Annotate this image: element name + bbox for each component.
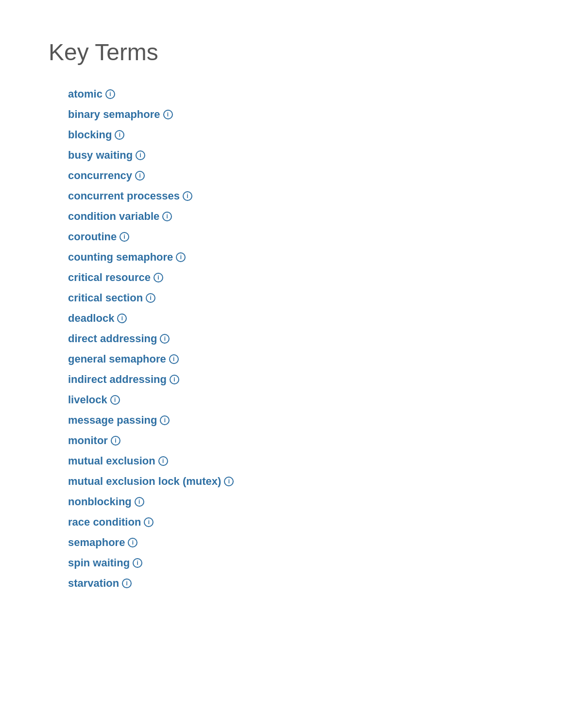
list-item: mutual exclusioni <box>68 452 514 470</box>
info-icon-semaphore[interactable]: i <box>128 538 137 547</box>
info-icon-mutual-exclusion-lock[interactable]: i <box>224 477 234 486</box>
info-icon-direct-addressing[interactable]: i <box>160 334 170 344</box>
info-icon-message-passing[interactable]: i <box>160 415 170 425</box>
info-icon-starvation[interactable]: i <box>122 579 132 588</box>
term-link-condition-variable[interactable]: condition variable <box>68 210 159 223</box>
term-link-atomic[interactable]: atomic <box>68 88 102 100</box>
info-icon-general-semaphore[interactable]: i <box>169 354 179 364</box>
list-item: atomici <box>68 85 514 103</box>
info-icon-blocking[interactable]: i <box>115 130 124 140</box>
list-item: condition variablei <box>68 207 514 226</box>
term-link-mutual-exclusion[interactable]: mutual exclusion <box>68 455 155 467</box>
term-link-mutual-exclusion-lock[interactable]: mutual exclusion lock (mutex) <box>68 475 221 488</box>
list-item: concurrent processesi <box>68 187 514 205</box>
term-link-livelock[interactable]: livelock <box>68 394 107 406</box>
info-icon-mutual-exclusion[interactable]: i <box>158 456 168 466</box>
list-item: concurrencyi <box>68 166 514 185</box>
term-link-deadlock[interactable]: deadlock <box>68 312 114 325</box>
list-item: binary semaphorei <box>68 105 514 124</box>
info-icon-monitor[interactable]: i <box>111 436 120 446</box>
list-item: critical resourcei <box>68 268 514 287</box>
list-item: nonblockingi <box>68 493 514 511</box>
term-link-nonblocking[interactable]: nonblocking <box>68 496 132 508</box>
term-link-coroutine[interactable]: coroutine <box>68 231 117 243</box>
term-link-concurrent-processes[interactable]: concurrent processes <box>68 190 180 202</box>
info-icon-busy-waiting[interactable]: i <box>136 150 145 160</box>
info-icon-coroutine[interactable]: i <box>119 232 129 242</box>
term-link-counting-semaphore[interactable]: counting semaphore <box>68 251 173 264</box>
term-link-general-semaphore[interactable]: general semaphore <box>68 353 166 365</box>
list-item: blockingi <box>68 126 514 144</box>
info-icon-counting-semaphore[interactable]: i <box>176 252 186 262</box>
info-icon-critical-section[interactable]: i <box>146 293 155 303</box>
term-link-indirect-addressing[interactable]: indirect addressing <box>68 373 167 386</box>
term-link-starvation[interactable]: starvation <box>68 577 119 590</box>
page-title: Key Terms <box>49 39 514 66</box>
info-icon-nonblocking[interactable]: i <box>135 497 144 507</box>
list-item: counting semaphorei <box>68 248 514 266</box>
list-item: deadlocki <box>68 309 514 328</box>
info-icon-livelock[interactable]: i <box>110 395 120 405</box>
list-item: livelocki <box>68 391 514 409</box>
info-icon-spin-waiting[interactable]: i <box>133 558 142 568</box>
list-item: semaphorei <box>68 533 514 552</box>
list-item: general semaphorei <box>68 350 514 368</box>
info-icon-concurrent-processes[interactable]: i <box>183 191 192 201</box>
terms-list: atomicibinary semaphoreiblockingibusy wa… <box>49 85 514 593</box>
term-link-monitor[interactable]: monitor <box>68 434 108 447</box>
term-link-spin-waiting[interactable]: spin waiting <box>68 557 130 569</box>
term-link-critical-resource[interactable]: critical resource <box>68 271 151 284</box>
info-icon-deadlock[interactable]: i <box>117 314 127 323</box>
term-link-binary-semaphore[interactable]: binary semaphore <box>68 108 160 121</box>
list-item: starvationi <box>68 574 514 593</box>
info-icon-critical-resource[interactable]: i <box>154 273 163 282</box>
list-item: monitori <box>68 431 514 450</box>
list-item: mutual exclusion lock (mutex)i <box>68 472 514 491</box>
list-item: race conditioni <box>68 513 514 531</box>
list-item: critical sectioni <box>68 289 514 307</box>
term-link-critical-section[interactable]: critical section <box>68 292 143 304</box>
info-icon-race-condition[interactable]: i <box>144 517 154 527</box>
info-icon-condition-variable[interactable]: i <box>162 212 172 221</box>
term-link-concurrency[interactable]: concurrency <box>68 169 132 182</box>
term-link-message-passing[interactable]: message passing <box>68 414 157 427</box>
info-icon-binary-semaphore[interactable]: i <box>163 110 173 119</box>
info-icon-indirect-addressing[interactable]: i <box>170 375 179 384</box>
list-item: coroutinei <box>68 228 514 246</box>
list-item: indirect addressingi <box>68 370 514 389</box>
list-item: direct addressingi <box>68 330 514 348</box>
list-item: busy waitingi <box>68 146 514 165</box>
term-link-busy-waiting[interactable]: busy waiting <box>68 149 133 162</box>
term-link-blocking[interactable]: blocking <box>68 129 112 141</box>
list-item: spin waitingi <box>68 554 514 572</box>
term-link-semaphore[interactable]: semaphore <box>68 536 125 549</box>
info-icon-atomic[interactable]: i <box>105 89 115 99</box>
term-link-race-condition[interactable]: race condition <box>68 516 141 529</box>
info-icon-concurrency[interactable]: i <box>135 171 145 181</box>
term-link-direct-addressing[interactable]: direct addressing <box>68 332 157 345</box>
list-item: message passingi <box>68 411 514 430</box>
